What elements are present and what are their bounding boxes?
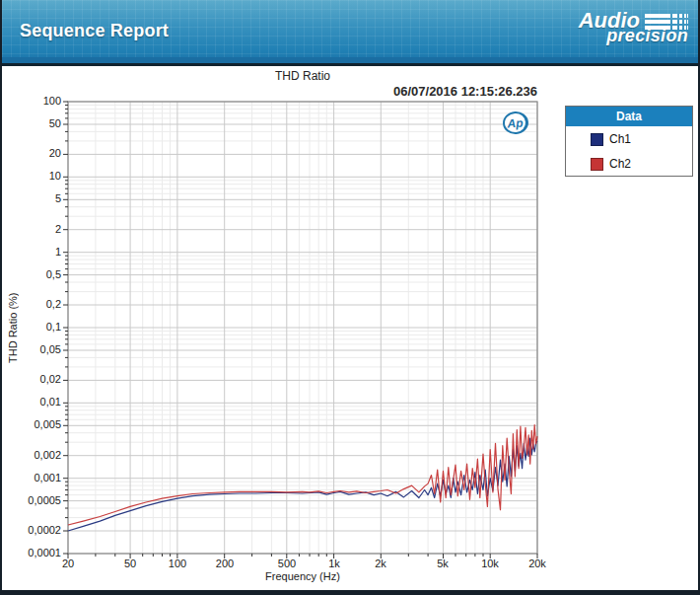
ap-badge-text: Ap [507,115,524,130]
x-tick-label: 20k [516,558,559,569]
page-title: Sequence Report [20,21,169,41]
x-tick-label: 1k [313,558,356,569]
x-tick-label: 5k [421,558,464,569]
chart-region: THD Ratio 06/07/2016 12:15:26.236 Ap 205… [2,66,698,590]
x-tick-label: 500 [265,558,309,569]
x-tick-label: 200 [203,558,246,569]
x-tick-label: 20 [46,558,90,569]
legend-title: Data [566,107,692,126]
y-axis-title: THD Ratio (%) [6,102,20,554]
x-tick-label: 100 [156,558,199,569]
x-tick-label: 10k [468,558,512,569]
x-tick-label: 50 [108,558,152,569]
x-axis-title: Frequency (Hz) [68,570,537,582]
legend-panel: Data Ch1 Ch2 [565,106,693,177]
legend-label-ch2: Ch2 [609,157,631,171]
x-tick-label: 2k [359,558,402,569]
audio-precision-logo: Audio precision [579,11,688,46]
legend-item-ch2: Ch2 [566,151,692,176]
legend-label-ch1: Ch1 [609,132,631,146]
report-header: Sequence Report Audio precision [2,0,698,66]
legend-item-ch1: Ch1 [566,126,692,151]
sequence-report-window: Sequence Report Audio precision THD Rati… [0,0,700,595]
ch1-color-swatch [591,133,603,146]
ch2-color-swatch [591,158,603,171]
